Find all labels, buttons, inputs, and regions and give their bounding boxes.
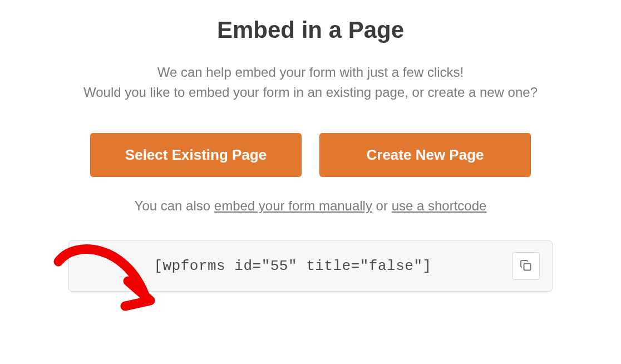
page-title: Embed in a Page	[217, 17, 404, 43]
embed-manually-link[interactable]: embed your form manually	[214, 198, 372, 213]
copy-shortcode-button[interactable]	[512, 252, 540, 280]
shortcode-text: [wpforms id="55" title="false"]	[81, 258, 504, 274]
select-existing-page-button[interactable]: Select Existing Page	[90, 133, 302, 177]
create-new-page-button[interactable]: Create New Page	[319, 133, 531, 177]
alt-prefix: You can also	[135, 198, 214, 213]
subtitle-line-2: Would you like to embed your form in an …	[83, 85, 538, 100]
subtitle-line-1: We can help embed your form with just a …	[157, 65, 464, 80]
subtitle: We can help embed your form with just a …	[83, 62, 538, 102]
copy-icon	[519, 259, 533, 274]
svg-rect-0	[524, 263, 531, 270]
button-row: Select Existing Page Create New Page	[90, 133, 531, 177]
alternative-options-text: You can also embed your form manually or…	[135, 198, 487, 214]
use-shortcode-link[interactable]: use a shortcode	[392, 198, 487, 213]
shortcode-container: [wpforms id="55" title="false"]	[68, 240, 553, 292]
alt-middle: or	[372, 198, 392, 213]
